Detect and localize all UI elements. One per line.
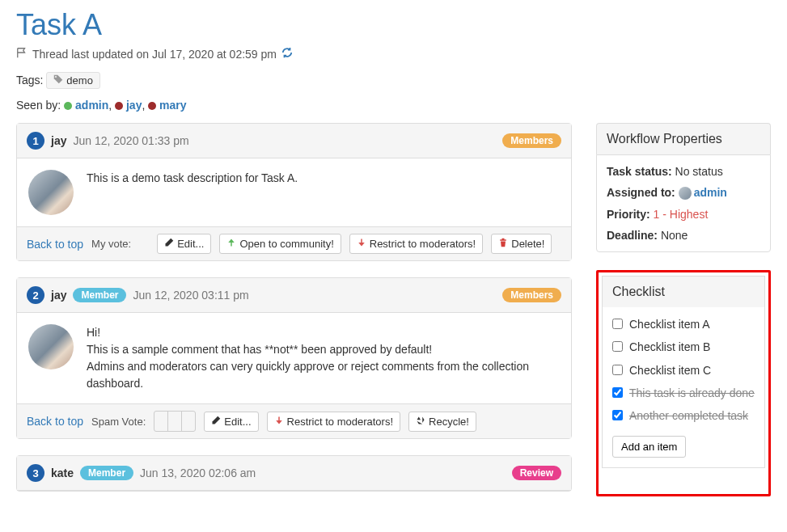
thread-updated-row: Thread last updated on Jul 17, 2020 at 0… [16,47,771,61]
status-value: No status [675,165,723,178]
seen-by-row: Seen by: admin, jay, mary [16,99,771,112]
button-label: Restrict to moderators! [287,416,394,428]
checklist-checkbox[interactable] [612,387,623,398]
down-icon [274,416,284,428]
checklist-item: Checklist item B [612,340,755,354]
comment-footer: Back to topMy vote:Edit...Open to commun… [17,226,571,260]
trash-icon [498,238,508,250]
checklist-heading: Checklist [602,276,765,307]
user-link[interactable]: mary [159,99,186,112]
back-to-top-link[interactable]: Back to top [27,415,83,428]
tag-icon [53,74,63,87]
comment-body: This is a demo task description for Task… [17,158,571,226]
comment-number: 3 [27,464,44,482]
up-icon [226,238,236,250]
status-badge: Members [502,133,561,148]
member-badge: Member [73,288,126,302]
edit-icon [211,416,221,428]
button-label: Edit... [224,416,251,428]
delete--button[interactable]: Delete! [491,234,552,254]
seen-by-label: Seen by: [16,99,61,112]
presence-dot [148,102,156,110]
vote-label: Spam Vote: [91,416,146,428]
comment-number: 1 [27,132,44,150]
avatar [679,187,692,200]
comment-timestamp: Jun 13, 2020 02:06 am [140,467,256,479]
checklist-item: Checklist item C [612,363,755,378]
comment-footer: Back to topSpam Vote:Edit...Restrict to … [17,403,571,438]
comment-author[interactable]: jay [51,134,66,147]
tag-label: demo [66,74,93,87]
restrict-to-moderators--button[interactable]: Restrict to moderators! [267,412,401,432]
button-label: Recycle! [429,416,469,428]
vote-label: My vote: [91,238,131,250]
checklist-label: Checklist item B [629,340,710,354]
comment-author[interactable]: jay [51,289,66,302]
checklist-panel: Checklist Checklist item AChecklist item… [596,270,771,496]
comment-text: This is a demo task description for Task… [87,170,298,215]
checklist-item: Another completed task [612,408,755,423]
edit----button[interactable]: Edit... [204,412,258,432]
avatar [28,324,74,369]
recycle--button[interactable]: Recycle! [408,412,476,432]
assigned-value[interactable]: admin [694,186,727,199]
page-title: Task A [16,8,771,42]
checklist-label: Checklist item A [629,317,710,331]
down-icon [357,238,366,250]
status-badge: Review [512,466,561,480]
checklist-checkbox[interactable] [612,319,623,329]
comment-panel: 2jayMemberJun 12, 2020 03:11 pmMembersHi… [16,277,572,439]
flag-icon [16,47,28,61]
comment-timestamp: Jun 12, 2020 03:11 pm [133,289,248,302]
tag-badge[interactable]: demo [46,72,100,89]
checklist-label: This task is already done [629,386,755,400]
restrict-to-moderators--button[interactable]: Restrict to moderators! [349,234,484,254]
avatar [28,170,74,215]
open-to-community--button[interactable]: Open to community! [219,234,341,254]
member-badge: Member [80,466,133,480]
checklist-label: Checklist item C [629,363,711,378]
comment-body: Hi!This is a sample comment that has **n… [17,313,571,403]
refresh-icon[interactable] [281,47,293,61]
thumb-up-icon[interactable] [154,412,168,431]
comment-text: Hi!This is a sample comment that has **n… [87,324,560,392]
comment-header: 2jayMemberJun 12, 2020 03:11 pmMembers [17,278,571,313]
edit----button[interactable]: Edit... [157,234,211,254]
comment-panel: 1jayJun 12, 2020 01:33 pmMembersThis is … [16,123,572,261]
button-label: Edit... [177,238,204,250]
deadline-value: None [661,229,688,242]
comment-header: 3kateMemberJun 13, 2020 02:06 amReview [17,456,571,491]
add-checklist-item-button[interactable]: Add an item [612,436,686,458]
thread-updated-text: Thread last updated on Jul 17, 2020 at 0… [32,48,277,61]
edit-icon [164,238,174,250]
comment-timestamp: Jun 12, 2020 01:33 pm [73,134,188,147]
spam-vote-group [154,411,196,432]
user-link[interactable]: admin [75,99,108,112]
checklist-checkbox[interactable] [612,410,623,420]
assigned-label: Assigned to: [607,186,675,199]
workflow-panel: Workflow Properties Task status: No stat… [596,123,771,252]
comment-header: 1jayJun 12, 2020 01:33 pmMembers [17,124,571,158]
workflow-heading: Workflow Properties [596,123,771,154]
comment-panel: 3kateMemberJun 13, 2020 02:06 amReview [16,455,572,492]
status-label: Task status: [607,165,672,178]
comment-number: 2 [27,286,44,304]
checklist-label: Another completed task [629,408,748,423]
button-label: Restrict to moderators! [370,238,476,250]
checklist-checkbox[interactable] [612,341,623,352]
tags-row: Tags: demo [16,72,771,89]
presence-dot [115,102,123,110]
comment-author[interactable]: kate [51,467,74,479]
question-icon[interactable] [168,412,182,431]
user-link[interactable]: jay [126,99,142,112]
svg-point-0 [55,76,57,78]
checklist-checkbox[interactable] [612,365,623,375]
button-label: Open to community! [239,238,333,250]
priority-label: Priority: [607,208,650,221]
presence-dot [64,102,72,110]
tags-label: Tags: [16,74,43,87]
checklist-item: This task is already done [612,386,755,400]
recycle-icon [416,416,425,428]
thumb-down-icon[interactable] [182,412,195,431]
back-to-top-link[interactable]: Back to top [27,238,83,251]
